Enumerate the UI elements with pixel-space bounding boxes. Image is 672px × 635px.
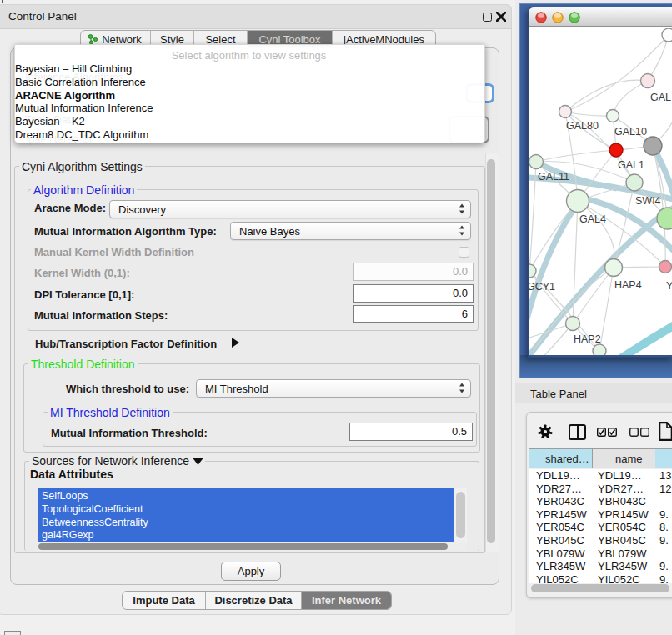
svg-text:GAL11: GAL11 <box>538 171 569 182</box>
svg-text:GAL1: GAL1 <box>618 159 644 171</box>
svg-text:GAL: GAL <box>650 92 671 103</box>
svg-text:GCY1: GCY1 <box>529 281 555 292</box>
svg-text:GAL4: GAL4 <box>579 213 606 225</box>
svg-text:Y: Y <box>666 280 672 292</box>
svg-text:HAP2: HAP2 <box>574 333 601 345</box>
svg-text:GAL10: GAL10 <box>614 126 647 138</box>
svg-text:HAP4: HAP4 <box>614 279 642 291</box>
svg-text:SWI4: SWI4 <box>635 195 661 207</box>
svg-text:GAL80: GAL80 <box>566 120 599 132</box>
